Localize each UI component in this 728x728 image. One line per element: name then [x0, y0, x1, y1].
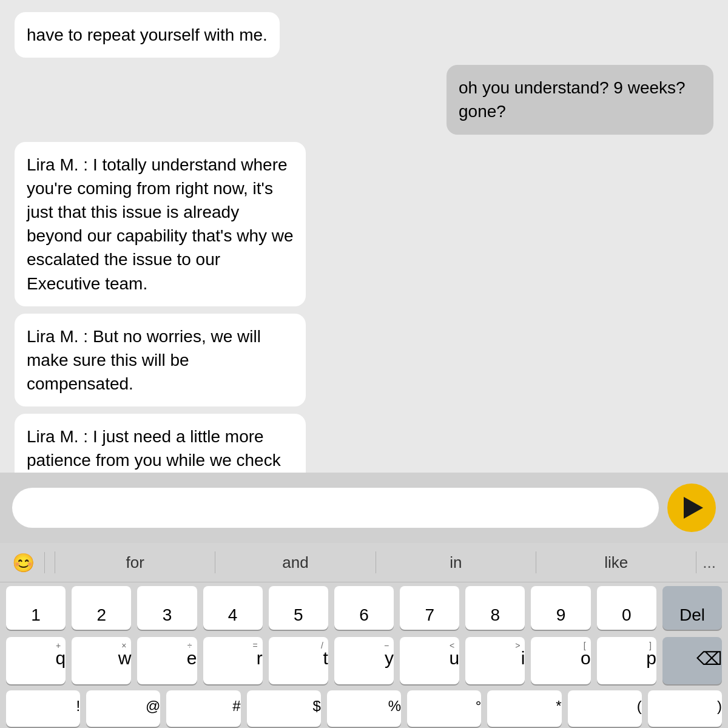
send-icon: [684, 497, 703, 519]
key-hash[interactable]: #: [166, 690, 240, 727]
suggestion-like[interactable]: like: [536, 553, 696, 572]
key-backspace[interactable]: ⌫: [662, 637, 722, 684]
message-bubble-5: Lira M. : I just need a little more pati…: [15, 414, 306, 473]
qwerty-row: + q × w ÷ e = r / t − y < u > i: [0, 633, 728, 688]
key-2[interactable]: 2: [72, 586, 131, 630]
key-q[interactable]: + q: [6, 637, 66, 684]
key-4[interactable]: 4: [203, 586, 263, 630]
key-del[interactable]: Del: [662, 586, 722, 630]
key-9[interactable]: 9: [531, 586, 590, 630]
message-bubble-4: Lira M. : But no worries, we will make s…: [15, 314, 306, 407]
bottom-hints-row: ! @ # $ % ° * ( ): [0, 688, 728, 728]
key-dollar[interactable]: $: [247, 690, 321, 727]
key-percent[interactable]: %: [327, 690, 401, 727]
key-u[interactable]: < u: [400, 637, 459, 684]
message-bubble-2: oh you understand? 9 weeks? gone?: [447, 65, 713, 134]
key-o[interactable]: [ o: [531, 637, 590, 684]
key-5[interactable]: 5: [269, 586, 328, 630]
key-t-sup: /: [321, 641, 323, 650]
message-text-5: Lira M. : I just need a little more pati…: [27, 427, 281, 473]
key-r[interactable]: = r: [203, 637, 263, 684]
keyboard-suggestions-row: 😊 for and in like ...: [0, 543, 728, 582]
key-degree[interactable]: °: [407, 690, 481, 727]
send-button[interactable]: [667, 484, 716, 532]
key-e-sup: ÷: [187, 641, 192, 650]
key-1[interactable]: 1: [6, 586, 66, 630]
emoji-button[interactable]: 😊: [12, 552, 45, 573]
message-text-1: have to repeat yourself with me.: [27, 25, 268, 44]
key-u-sup: <: [450, 641, 454, 650]
key-rparen[interactable]: ): [648, 690, 722, 727]
message-text-3: Lira M. : I totally understand where you…: [27, 155, 294, 293]
key-i-sup: >: [515, 641, 520, 650]
suggestion-and[interactable]: and: [215, 553, 375, 572]
key-t[interactable]: / t: [269, 637, 328, 684]
input-area: [0, 473, 728, 543]
suggestion-in[interactable]: in: [376, 553, 536, 572]
message-text-4: Lira M. : But no worries, we will make s…: [27, 327, 261, 393]
key-asterisk[interactable]: *: [487, 690, 561, 727]
key-0[interactable]: 0: [597, 586, 656, 630]
key-p[interactable]: ] p: [597, 637, 656, 684]
key-q-sup: +: [56, 641, 61, 650]
suggestion-more[interactable]: ...: [696, 553, 716, 572]
key-o-sup: [: [584, 641, 586, 650]
key-i[interactable]: > i: [465, 637, 525, 684]
key-excl[interactable]: !: [6, 690, 80, 727]
key-lparen[interactable]: (: [568, 690, 642, 727]
key-8[interactable]: 8: [465, 586, 525, 630]
message-text-2: oh you understand? 9 weeks? gone?: [459, 78, 686, 121]
message-input[interactable]: [12, 488, 659, 528]
key-w-sup: ×: [121, 641, 126, 650]
keyboard: 😊 for and in like ... 1 2 3 4 5 6 7 8 9 …: [0, 543, 728, 728]
message-bubble-1: have to repeat yourself with me.: [15, 12, 280, 58]
number-row: 1 2 3 4 5 6 7 8 9 0 Del: [0, 582, 728, 633]
key-7[interactable]: 7: [400, 586, 459, 630]
suggestion-for[interactable]: for: [55, 553, 215, 572]
key-y[interactable]: − y: [334, 637, 394, 684]
key-at[interactable]: @: [86, 690, 160, 727]
key-r-sup: =: [253, 641, 258, 650]
key-y-sup: −: [384, 641, 389, 650]
key-e[interactable]: ÷ e: [137, 637, 197, 684]
key-p-sup: ]: [649, 641, 652, 650]
key-6[interactable]: 6: [334, 586, 394, 630]
key-3[interactable]: 3: [137, 586, 197, 630]
message-bubble-3: Lira M. : I totally understand where you…: [15, 142, 306, 306]
chat-area: have to repeat yourself with me. oh you …: [0, 0, 728, 473]
key-w[interactable]: × w: [72, 637, 131, 684]
